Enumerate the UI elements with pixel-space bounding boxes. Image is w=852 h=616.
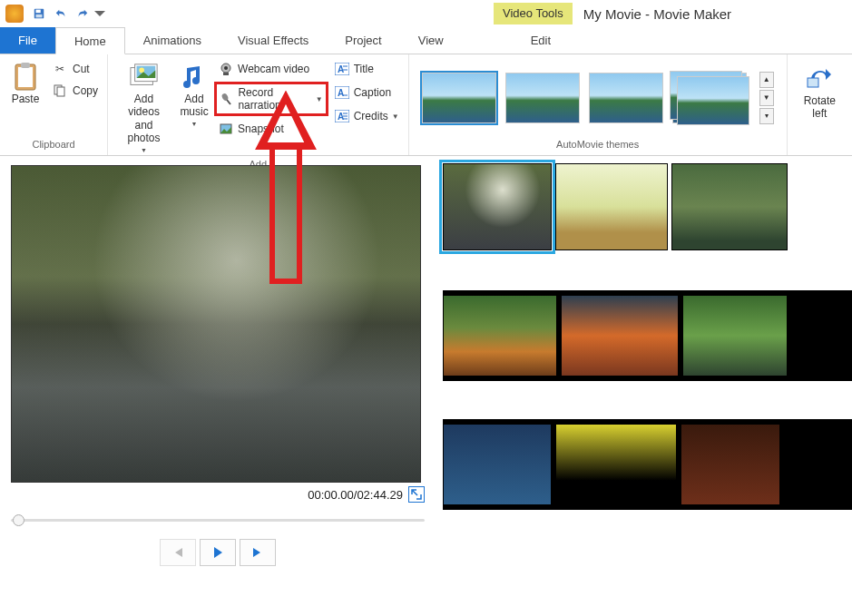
svg-rect-2: [36, 15, 43, 18]
timeline-row-2: [443, 290, 852, 381]
prev-frame-button[interactable]: [160, 539, 196, 566]
paste-button[interactable]: Paste: [5, 58, 45, 137]
svg-rect-5: [21, 63, 30, 68]
paste-label: Paste: [12, 93, 40, 105]
theme-thumb-3[interactable]: [589, 73, 663, 123]
ribbon-tabs: File Home Animations Visual Effects Proj…: [0, 27, 852, 54]
title-icon: A: [334, 61, 350, 77]
quick-access-toolbar: [29, 4, 105, 24]
credits-icon: A: [334, 108, 350, 124]
clip-9[interactable]: [681, 424, 780, 505]
copy-label: Copy: [73, 84, 98, 97]
next-frame-button[interactable]: [240, 539, 276, 566]
svg-rect-1: [36, 10, 41, 14]
playback-controls: [11, 539, 425, 566]
app-icon: [5, 5, 24, 23]
snapshot-icon: [218, 121, 234, 137]
group-rotate: Rotate left: [788, 54, 852, 155]
themes-scroll-down[interactable]: ▼: [759, 90, 774, 106]
svg-line-16: [227, 100, 230, 104]
svg-rect-4: [18, 67, 33, 87]
group-clipboard: Paste ✂ Cut Copy Clipboard: [0, 54, 108, 155]
title-bar: Video Tools My Movie - Movie Maker: [0, 0, 852, 27]
tab-visual-effects[interactable]: Visual Effects: [220, 27, 327, 54]
clip-4[interactable]: [443, 295, 557, 376]
tab-home[interactable]: Home: [55, 27, 125, 54]
tab-project[interactable]: Project: [327, 27, 399, 54]
tab-file[interactable]: File: [0, 27, 55, 54]
record-narration-button[interactable]: Record narration ▼: [216, 83, 327, 114]
cut-button[interactable]: ✂ Cut: [49, 60, 102, 78]
rotate-left-icon: [805, 64, 834, 93]
snapshot-button[interactable]: Snapshot: [216, 120, 327, 138]
cut-label: Cut: [73, 63, 90, 75]
webcam-icon: [218, 61, 234, 77]
add-videos-photos-button[interactable]: Add videos and photos ▼: [113, 58, 174, 157]
redo-icon[interactable]: [73, 4, 93, 24]
timeline-row-3: [443, 419, 852, 510]
group-clipboard-label: Clipboard: [5, 137, 102, 152]
rotate-left-label: Rotate left: [804, 94, 836, 121]
chevron-down-icon: ▼: [392, 112, 399, 121]
record-narration-label: Record narration: [238, 86, 311, 112]
group-automovie: ▲ ▼ ▾ AutoMovie themes: [409, 54, 788, 155]
svg-point-13: [224, 66, 228, 70]
undo-icon[interactable]: [51, 4, 71, 24]
title-button[interactable]: A Title: [332, 60, 401, 78]
qat-dropdown-icon[interactable]: [94, 4, 105, 24]
tab-animations[interactable]: Animations: [125, 27, 220, 54]
tab-edit[interactable]: Edit: [513, 27, 569, 54]
themes-expand[interactable]: ▾: [759, 108, 774, 124]
clip-5[interactable]: [561, 295, 679, 376]
contextual-tab-label: Video Tools: [494, 3, 573, 24]
timeline-row-1: [443, 161, 852, 252]
caption-icon: A: [334, 84, 350, 101]
preview-pane: 00:00.00/02:44.29: [0, 156, 436, 616]
theme-thumb-1[interactable]: [422, 73, 496, 123]
microphone-icon: [220, 91, 234, 107]
svg-text:A: A: [338, 88, 344, 98]
credits-button[interactable]: A Credits ▼: [332, 107, 401, 125]
add-videos-label: Add videos and photos: [119, 93, 169, 145]
group-automovie-label: AutoMovie themes: [415, 137, 781, 152]
add-music-button[interactable]: Add music ▼: [174, 58, 214, 157]
save-icon[interactable]: [29, 4, 49, 24]
rotate-left-button[interactable]: Rotate left: [798, 60, 841, 124]
copy-button[interactable]: Copy: [49, 82, 102, 100]
theme-thumb-4[interactable]: [672, 73, 747, 123]
clipboard-icon: [11, 62, 40, 91]
seek-thumb[interactable]: [13, 514, 24, 526]
ribbon: Paste ✂ Cut Copy Clipboard: [0, 54, 852, 156]
clip-8[interactable]: [555, 424, 677, 505]
music-note-icon: [180, 62, 209, 91]
seek-bar[interactable]: [11, 515, 425, 524]
timeline-pane[interactable]: [436, 156, 852, 616]
caption-button[interactable]: A Caption: [332, 83, 401, 102]
scissors-icon: ✂: [53, 62, 67, 76]
title-label: Title: [354, 63, 374, 75]
play-button[interactable]: [200, 539, 236, 566]
themes-scroll-up[interactable]: ▲: [759, 72, 774, 88]
preview-monitor[interactable]: [11, 165, 421, 483]
snapshot-label: Snapshot: [238, 122, 284, 135]
add-music-label: Add music: [180, 93, 208, 119]
svg-rect-14: [223, 73, 229, 75]
clip-6[interactable]: [682, 295, 788, 376]
credits-label: Credits: [354, 110, 388, 122]
clip-3[interactable]: [671, 163, 788, 250]
window-title: My Movie - Movie Maker: [583, 6, 731, 22]
theme-thumb-2[interactable]: [505, 73, 580, 123]
fullscreen-button[interactable]: [408, 486, 425, 503]
clip-2[interactable]: [555, 163, 668, 250]
webcam-video-button[interactable]: Webcam video: [216, 60, 327, 78]
chevron-down-icon: ▼: [141, 147, 147, 153]
tab-view[interactable]: View: [400, 27, 462, 54]
time-display: 00:00.00/02:44.29: [308, 488, 403, 502]
webcam-label: Webcam video: [238, 63, 309, 75]
clip-1[interactable]: [443, 163, 552, 250]
group-add: Add videos and photos ▼ Add music ▼ Webc…: [108, 54, 409, 155]
svg-rect-7: [57, 87, 64, 96]
chevron-down-icon: ▼: [316, 95, 323, 103]
chevron-down-icon: ▼: [191, 121, 198, 127]
clip-7[interactable]: [443, 424, 552, 505]
